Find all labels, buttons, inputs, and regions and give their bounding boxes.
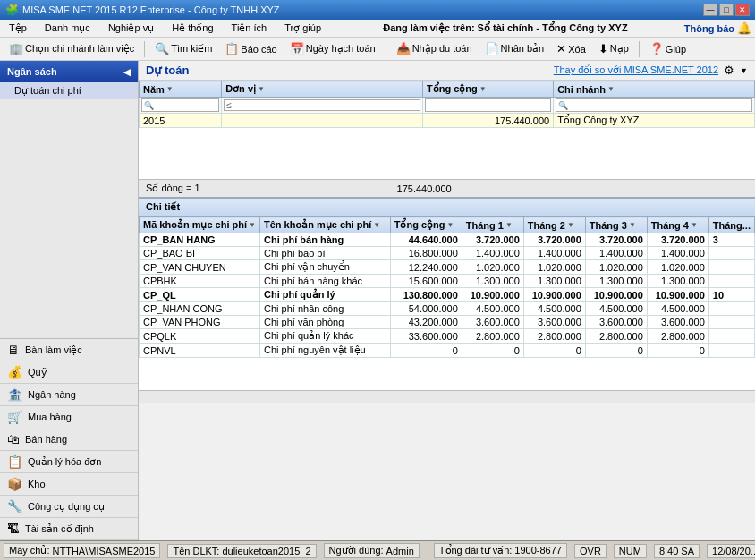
nap-button[interactable]: ⬇ Nạp bbox=[593, 39, 634, 58]
toolbar-separator-2 bbox=[386, 41, 386, 57]
status-tendlkt: Tên DLKT: dulieuketoan2015_2 bbox=[167, 544, 316, 558]
filter-chinhanh[interactable]: 🔍 bbox=[554, 98, 755, 114]
minimize-button[interactable]: — bbox=[703, 4, 717, 16]
cell-t3: 4.500.000 bbox=[585, 302, 647, 316]
ngay-hach-toan-button[interactable]: 📅 Ngày hạch toán bbox=[284, 39, 381, 58]
warehouse-icon: 📦 bbox=[7, 477, 22, 491]
menu-nghiepvu[interactable]: Nghiệp vụ bbox=[103, 21, 159, 36]
col-chinhanh-header: Chi nhánh ▼ bbox=[554, 81, 755, 98]
maximize-button[interactable]: □ bbox=[719, 4, 734, 16]
cell-ten: Chi phí bán hàng khác bbox=[260, 275, 391, 288]
cell-tong: 43.200.000 bbox=[390, 316, 462, 329]
tim-kiem-label: Tìm kiếm bbox=[171, 43, 212, 55]
bao-cao-button[interactable]: 📋 Báo cáo bbox=[219, 39, 282, 58]
cell-ma: CP_VAN PHONG bbox=[140, 316, 260, 329]
cell-t3: 0 bbox=[585, 344, 647, 358]
cell-tong: 16.800.000 bbox=[390, 247, 462, 260]
menu-danhmuc[interactable]: Danh mục bbox=[39, 21, 96, 36]
xoa-button[interactable]: ✕ Xóa bbox=[551, 39, 591, 58]
filter-chinhanh-input[interactable] bbox=[568, 99, 622, 111]
sidebar-banhang-label: Bán hàng bbox=[25, 434, 67, 445]
sidebar-item-banlamviec[interactable]: 🖥 Bàn làm việc bbox=[0, 339, 138, 361]
detail-row[interactable]: CP_BAO BI Chi phí bao bì 16.800.000 1.40… bbox=[140, 247, 755, 260]
sidebar-title: Ngân sách bbox=[7, 66, 57, 77]
main-layout: Ngân sách ◀ Dự toán chi phí 🖥 Bàn làm vi… bbox=[0, 61, 755, 540]
du-toan-table-container[interactable]: Năm ▼ Đơn vị ▼ Tổng cộng bbox=[139, 81, 755, 179]
cell-tong: 0 bbox=[390, 344, 462, 358]
cell-tong: 54.000.000 bbox=[390, 302, 462, 316]
filter-nam-input[interactable] bbox=[154, 99, 208, 111]
detail-table-container[interactable]: Mã khoản mục chi phí ▼ Tên khoản mục chi… bbox=[139, 216, 755, 390]
cell-t4: 3.720.000 bbox=[647, 233, 708, 247]
table-row[interactable]: 2015 175.440.000 Tổng Công ty XYZ bbox=[140, 114, 755, 128]
sidebar-nganhang-label: Ngân hàng bbox=[28, 389, 76, 400]
status-ovr: OVR bbox=[574, 544, 607, 558]
nhap-du-toan-button[interactable]: 📥 Nhập du toán bbox=[391, 39, 478, 58]
giup-button[interactable]: ❓ Giúp bbox=[644, 39, 691, 58]
cell-more bbox=[708, 260, 754, 275]
detail-row[interactable]: CP_QL Chi phí quản lý 130.800.000 10.900… bbox=[140, 288, 755, 302]
chon-chi-nhanh-label: Chọn chi nhánh làm việc bbox=[25, 43, 134, 55]
detail-row[interactable]: CP_VAN CHUYEN Chi phí vận chuyển 12.240.… bbox=[140, 260, 755, 275]
settings-icon[interactable]: ⚙ bbox=[724, 64, 734, 77]
sidebar-item-taisancodinh[interactable]: 🏗 Tài sản cố định bbox=[0, 518, 138, 540]
cell-t2: 1.020.000 bbox=[523, 260, 585, 275]
hotline-value: Tổng đài tư vấn: 1900-8677 bbox=[439, 545, 562, 556]
date-value: 12/08/20... bbox=[712, 546, 755, 556]
change-version-link[interactable]: Thay đổi so với MISA SME.NET 2012 bbox=[554, 64, 718, 76]
tim-kiem-button[interactable]: 🔍 Tìm kiếm bbox=[149, 39, 217, 58]
branch-icon: 🏢 bbox=[9, 42, 23, 55]
desktop-icon: 🖥 bbox=[7, 343, 20, 357]
cell-ten: Chi phí nguyên vật liệu bbox=[260, 344, 391, 358]
filter-nam[interactable]: 🔍 bbox=[140, 98, 222, 114]
close-button[interactable]: ✕ bbox=[735, 4, 750, 16]
cell-tong: 15.600.000 bbox=[390, 275, 462, 288]
cell-t2: 2.800.000 bbox=[523, 329, 585, 344]
cell-ma: CPNVL bbox=[140, 344, 260, 358]
du-toan-table: Năm ▼ Đơn vị ▼ Tổng cộng bbox=[139, 81, 755, 128]
sidebar-item-quy[interactable]: 💰 Quỹ bbox=[0, 361, 138, 384]
bao-cao-label: Báo cáo bbox=[241, 44, 276, 55]
filter-tongcong-input[interactable] bbox=[428, 99, 481, 111]
cell-t2: 4.500.000 bbox=[523, 302, 585, 316]
sidebar-spacer bbox=[0, 99, 138, 338]
sidebar-banlamviec-label: Bàn làm việc bbox=[25, 344, 82, 356]
detail-row[interactable]: CPQLK Chi phí quản lý khác 33.600.000 2.… bbox=[140, 329, 755, 344]
horizontal-scrollbar[interactable] bbox=[139, 390, 755, 403]
nhan-ban-button[interactable]: 📄 Nhân bản bbox=[479, 39, 550, 58]
cell-t4: 4.500.000 bbox=[647, 302, 708, 316]
detail-row[interactable]: CPBHK Chi phí bán hàng khác 15.600.000 1… bbox=[140, 275, 755, 288]
cell-tong: 130.800.000 bbox=[390, 288, 462, 302]
cell-ten: Chi phí bán hàng bbox=[260, 233, 391, 247]
sidebar-item-dutoan[interactable]: Dự toán chi phí bbox=[0, 82, 138, 99]
filter-tongcong[interactable] bbox=[423, 98, 554, 114]
sidebar-item-dutoan-label: Dự toán chi phí bbox=[14, 85, 81, 96]
menu-tienich[interactable]: Tiện ích bbox=[226, 21, 273, 36]
sidebar-item-muahang[interactable]: 🛒 Mua hàng bbox=[0, 406, 138, 428]
menu-hethong[interactable]: Hệ thống bbox=[166, 21, 218, 36]
cell-more bbox=[708, 247, 754, 260]
cell-more bbox=[708, 302, 754, 316]
sidebar-item-nganhang[interactable]: 🏦 Ngân hàng bbox=[0, 384, 138, 406]
col-t3-header: Tháng 3 ▼ bbox=[585, 217, 647, 233]
chon-chi-nhanh-button[interactable]: 🏢 Chọn chi nhánh làm việc bbox=[4, 39, 140, 58]
nguoidung-label: Người dùng: bbox=[329, 545, 384, 556]
menu-trogiup[interactable]: Trợ giúp bbox=[279, 21, 327, 36]
cell-ten: Chi phí văn phòng bbox=[260, 316, 391, 329]
sidebar-taisancodinh-label: Tài sản cố định bbox=[25, 523, 94, 535]
thong-bao[interactable]: Thông báo 🔔 bbox=[684, 21, 751, 35]
dropdown-arrow-icon: ▼ bbox=[740, 66, 748, 75]
sidebar-item-kho[interactable]: 📦 Kho bbox=[0, 473, 138, 496]
cell-t4: 1.300.000 bbox=[647, 275, 708, 288]
sort-tong-icon: ▼ bbox=[446, 221, 454, 229]
detail-row[interactable]: CPNVL Chi phí nguyên vật liệu 0 0 0 0 0 bbox=[140, 344, 755, 358]
menu-tep[interactable]: Tệp bbox=[4, 21, 32, 36]
sidebar-item-congcudungcu[interactable]: 🔧 Công cụ dụng cụ bbox=[0, 496, 138, 518]
detail-row[interactable]: CP_BAN HANG Chi phí bán hàng 44.640.000 … bbox=[140, 233, 755, 247]
sidebar-item-quanlyhoadon[interactable]: 📋 Quản lý hóa đơn bbox=[0, 451, 138, 473]
sidebar-item-banhang[interactable]: 🛍 Bán hàng bbox=[0, 428, 138, 451]
cell-tongcong: 175.440.000 bbox=[423, 114, 554, 128]
maychu-label: Máy chủ: bbox=[9, 545, 50, 556]
detail-row[interactable]: CP_VAN PHONG Chi phí văn phòng 43.200.00… bbox=[140, 316, 755, 329]
detail-row[interactable]: CP_NHAN CONG Chi phí nhân công 54.000.00… bbox=[140, 302, 755, 316]
